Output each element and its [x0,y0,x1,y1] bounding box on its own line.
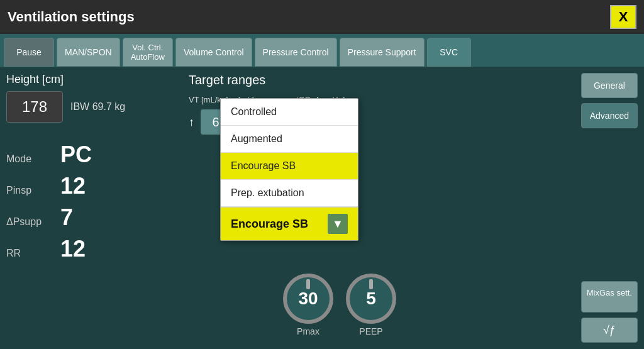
tab-vol-ctrl[interactable]: Vol. Ctrl. AutoFlow [123,38,173,67]
dropdown-item-controlled[interactable]: Controlled [221,99,358,126]
dropdown-item-encourage-sb[interactable]: Encourage SB [221,153,358,180]
dpsupp-value: 7 [60,204,73,231]
rr-label: RR [6,248,50,259]
height-section: Height [cm] 178 IBW 69.7 kg [6,73,182,123]
func-button[interactable]: √ƒ [581,318,638,343]
tab-bar: Pause MAN/SPON Vol. Ctrl. AutoFlow Volum… [0,34,644,67]
title-bar: Ventilation settings X [0,0,644,34]
center-panel: Target ranges VT [mL/kg] [mL] ↑ 6.0 418 [189,73,575,343]
dropdown-item-prep-extubation[interactable]: Prep. extubation [221,180,358,207]
dropdown-container: Controlled Augmented Encourage SB Prep. … [220,98,358,241]
peep-label: PEEP [359,326,382,336]
dpsupp-label: ΔPsupp [6,216,50,228]
mode-row-pinsp: Pinsp 12 [6,173,182,199]
right-panel: General Advanced MixGas sett. √ƒ [581,73,638,343]
window-title: Ventilation settings [8,9,135,25]
peep-value: 5 [366,289,376,309]
pinsp-label: Pinsp [6,185,50,196]
spacer [581,133,638,276]
pmax-knob-container: 30 Pmax [283,274,333,336]
dropdown-arrow-icon[interactable]: ▼ [328,214,348,234]
ventilation-settings-window: Ventilation settings X Pause MAN/SPON Vo… [0,0,644,349]
height-input[interactable]: 178 [6,91,63,123]
advanced-button[interactable]: Advanced [581,103,638,128]
mode-section: Mode PC Pinsp 12 ΔPsupp 7 RR 12 [6,141,182,267]
mode-value-pc: PC [60,141,92,168]
tab-pressure-control[interactable]: Pressure Control [255,38,337,67]
mode-row-mode: Mode PC [6,141,182,168]
ibw-label: IBW 69.7 kg [70,101,125,113]
close-button[interactable]: X [610,5,636,29]
mode-row-rr: RR 12 [6,236,182,262]
pmax-knob[interactable]: 30 [283,274,333,324]
peep-knob[interactable]: 5 [346,274,396,324]
mode-row-dpsupp: ΔPsupp 7 [6,204,182,231]
peep-knob-container: 5 PEEP [346,274,396,336]
left-panel: Height [cm] 178 IBW 69.7 kg Mode PC Pins… [6,73,182,343]
height-row: 178 IBW 69.7 kg [6,91,182,123]
knobs-row: 30 Pmax 5 PEEP [283,267,396,336]
dropdown-selected-bar[interactable]: Encourage SB ▼ [221,207,358,240]
mixgas-button[interactable]: MixGas sett. [581,281,638,313]
height-label: Height [cm] [6,73,182,86]
rr-value: 12 [60,236,86,262]
general-button[interactable]: General [581,73,638,98]
mode-name-label: Mode [6,153,50,165]
dropdown-item-augmented[interactable]: Augmented [221,126,358,153]
tab-pause[interactable]: Pause [4,38,54,67]
pinsp-value: 12 [60,173,86,199]
tab-svc[interactable]: SVC [427,38,471,67]
tab-man-spon[interactable]: MAN/SPON [57,38,120,67]
pmax-label: Pmax [297,326,319,336]
vt-arrow-up: ↑ [189,116,194,129]
main-content: Height [cm] 178 IBW 69.7 kg Mode PC Pins… [0,67,644,349]
pmax-value: 30 [298,289,318,309]
target-ranges-title: Target ranges [189,73,575,87]
tab-pressure-support[interactable]: Pressure Support [340,38,425,67]
tab-volume-control[interactable]: Volume Control [175,38,252,67]
dropdown-selected-label: Encourage SB [231,218,308,231]
